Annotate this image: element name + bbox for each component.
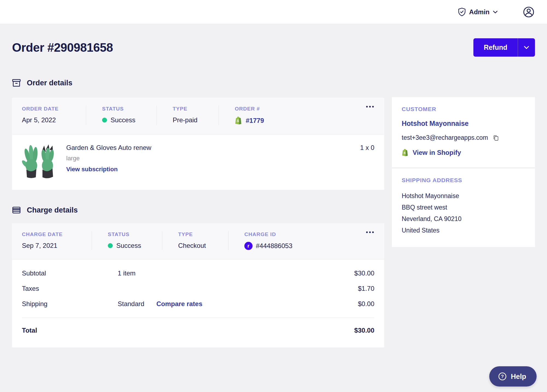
refund-button[interactable]: Refund xyxy=(473,38,518,57)
shopify-bag-icon: S xyxy=(402,149,409,157)
charge-type-value: Checkout xyxy=(178,242,228,249)
credit-card-icon xyxy=(12,206,21,214)
order-status-value: Success xyxy=(111,116,135,124)
customer-panel: CUSTOMER Hotshot Mayonnaise test+3ee3@re… xyxy=(392,97,535,247)
charge-totals: Subtotal 1 item $30.00 Taxes $1.70 Shipp… xyxy=(12,260,384,347)
order-details-section-header: Order details xyxy=(12,79,384,87)
charge-summary-band: CHARGE DATE Sep 7, 2021 STATUS Success T… xyxy=(12,223,384,260)
order-line-item: Garden & Gloves Auto renew large View su… xyxy=(12,135,384,190)
address-line-name: Hotshot Mayonnaise xyxy=(402,190,525,202)
taxes-row: Taxes $1.70 xyxy=(22,285,374,292)
svg-text:?: ? xyxy=(501,374,503,379)
user-avatar-button[interactable] xyxy=(523,6,534,18)
order-date-value: Apr 5, 2022 xyxy=(22,116,86,124)
product-image xyxy=(22,142,55,178)
charge-status-label: STATUS xyxy=(108,231,162,237)
shipping-address-label: SHIPPING ADDRESS xyxy=(402,177,525,184)
topbar: Admin xyxy=(0,0,547,24)
refund-dropdown-toggle[interactable] xyxy=(518,38,535,57)
address-line-country: United States xyxy=(402,225,525,236)
chevron-down-icon xyxy=(493,10,498,14)
person-circle-icon xyxy=(523,6,534,18)
right-glove xyxy=(41,144,54,178)
subtotal-label: Subtotal xyxy=(22,269,118,277)
charge-id-label: CHARGE ID xyxy=(244,231,374,237)
customer-section: CUSTOMER Hotshot Mayonnaise test+3ee3@re… xyxy=(392,97,535,168)
view-in-shopify-link[interactable]: S View in Shopify xyxy=(402,149,525,157)
total-row: Total $30.00 xyxy=(22,327,374,334)
order-type-label: TYPE xyxy=(173,106,219,112)
customer-label: CUSTOMER xyxy=(402,106,525,112)
totals-divider xyxy=(22,318,374,318)
address-line-city: Neverland, CA 90210 xyxy=(402,213,525,225)
taxes-amount: $1.70 xyxy=(118,285,374,292)
product-quantity: 1 x 0 xyxy=(360,142,374,178)
shipping-row: Shipping Standard Compare rates $0.00 xyxy=(22,300,374,308)
compare-rates-link[interactable]: Compare rates xyxy=(156,300,202,308)
order-status-label: STATUS xyxy=(102,106,157,112)
admin-label: Admin xyxy=(469,8,490,16)
product-name: Garden & Gloves Auto renew xyxy=(66,144,360,152)
chevron-down-icon xyxy=(524,46,529,49)
shield-check-icon xyxy=(458,8,466,16)
charge-id-value: #444886053 xyxy=(256,242,292,250)
page-title: Order #290981658 xyxy=(12,41,113,54)
charge-status-value: Success xyxy=(116,242,141,249)
charge-type-label: TYPE xyxy=(178,231,228,237)
order-details-title: Order details xyxy=(27,79,73,87)
taxes-label: Taxes xyxy=(22,285,118,292)
order-type-value: Pre-paid xyxy=(173,116,219,124)
copy-email-button[interactable] xyxy=(493,135,499,141)
total-amount: $30.00 xyxy=(118,327,374,334)
shipping-label: Shipping xyxy=(22,300,118,308)
subtotal-detail: 1 item xyxy=(118,269,135,277)
refund-split-button: Refund xyxy=(473,38,535,57)
order-box-icon xyxy=(12,79,21,87)
order-number-value[interactable]: #1779 xyxy=(246,117,264,124)
order-details-card: ORDER DATE Apr 5, 2022 STATUS Success TY… xyxy=(12,98,384,190)
order-summary-band: ORDER DATE Apr 5, 2022 STATUS Success TY… xyxy=(12,98,384,135)
admin-menu[interactable]: Admin xyxy=(458,8,498,16)
total-label: Total xyxy=(22,327,118,334)
left-glove xyxy=(22,145,38,178)
product-variant: large xyxy=(66,155,360,162)
customer-email: test+3ee3@rechargeapps.com xyxy=(402,134,488,141)
charge-date-value: Sep 7, 2021 xyxy=(22,242,92,249)
svg-text:S: S xyxy=(237,119,239,123)
shopify-bag-icon: S xyxy=(235,116,242,125)
svg-text:S: S xyxy=(404,151,406,155)
charge-details-section-header: Charge details xyxy=(12,206,384,214)
view-in-shopify-label: View in Shopify xyxy=(413,149,461,156)
charge-details-card: CHARGE DATE Sep 7, 2021 STATUS Success T… xyxy=(12,223,384,347)
help-button[interactable]: ? Help xyxy=(489,366,537,387)
status-success-dot xyxy=(108,243,113,248)
charge-actions-menu[interactable] xyxy=(365,230,375,234)
charge-date-label: CHARGE DATE xyxy=(22,231,92,237)
status-success-dot xyxy=(102,118,107,123)
address-line-street: BBQ street west xyxy=(402,202,525,213)
order-date-label: ORDER DATE xyxy=(22,106,86,112)
customer-name-link[interactable]: Hotshot Mayonnaise xyxy=(402,120,525,127)
view-subscription-link[interactable]: View subscription xyxy=(66,166,118,173)
shipping-address-section: SHIPPING ADDRESS Hotshot Mayonnaise BBQ … xyxy=(392,168,535,247)
subtotal-amount: $30.00 xyxy=(135,269,374,277)
question-circle-icon: ? xyxy=(498,372,507,381)
page-header: Order #290981658 Refund xyxy=(12,24,535,57)
recharge-badge-icon: r xyxy=(244,242,253,250)
charge-details-title: Charge details xyxy=(27,206,78,214)
order-number-label: ORDER # xyxy=(235,106,374,112)
shipping-method: Standard xyxy=(118,300,144,308)
shipping-amount: $0.00 xyxy=(202,300,374,308)
subtotal-row: Subtotal 1 item $30.00 xyxy=(22,269,374,277)
order-actions-menu[interactable] xyxy=(365,105,375,109)
help-label: Help xyxy=(511,372,526,381)
